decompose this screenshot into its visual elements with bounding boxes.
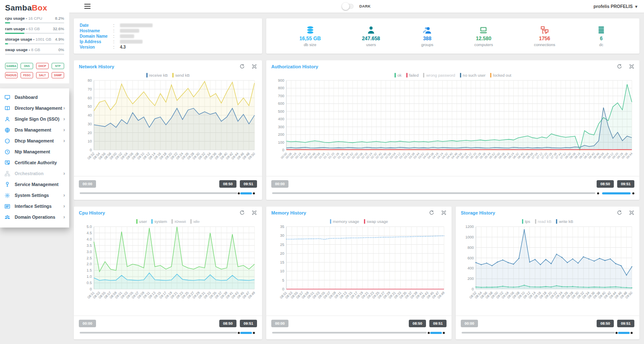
slider-handle[interactable] xyxy=(238,192,240,194)
chart-legend: memory usageswap usage xyxy=(271,219,447,224)
storage-chart[interactable]: 02004006008001000120008:5208:5408:5608:5… xyxy=(461,225,634,308)
badge-radius[interactable]: RADIUS xyxy=(5,72,18,78)
svg-text:2.5: 2.5 xyxy=(86,256,92,260)
slider-handle[interactable] xyxy=(631,332,633,334)
slider-track[interactable] xyxy=(272,331,446,334)
sidebar-item-label: Certificate Authority xyxy=(15,160,57,165)
legend-item[interactable]: system xyxy=(151,219,167,224)
stat-value: 388 xyxy=(423,36,431,41)
refresh-icon[interactable] xyxy=(239,210,245,215)
storage-history-card: Storage History tpsread kBwrite kB 02004… xyxy=(456,207,639,339)
cpu-chart[interactable]: 00.51.01.52.02.53.03.54.04.55.008:5108:5… xyxy=(79,225,257,308)
slider-track[interactable] xyxy=(80,331,256,334)
chevron-right-icon: › xyxy=(63,127,65,132)
stat-db-size: 16,55 GB db size xyxy=(299,26,321,47)
badge-dns[interactable]: DNS xyxy=(21,63,33,69)
sidebar-item-certificate-authority[interactable]: Certificate Authority xyxy=(0,157,69,168)
svg-text:5: 5 xyxy=(282,278,284,282)
sidebar-item-ntp-management[interactable]: Ntp Management xyxy=(0,146,69,157)
sidebar-item-label: Directory Management xyxy=(15,106,62,111)
svg-text:0: 0 xyxy=(282,148,284,152)
chart-svg: 010020030040050060070080090000:0000:0800… xyxy=(271,78,634,169)
badge-dhcp[interactable]: DHCP xyxy=(36,63,49,69)
slider-handle[interactable] xyxy=(443,332,445,334)
network-chart[interactable]: 0102030405060708008:5208:5408:5608:5809:… xyxy=(79,78,257,169)
app-logo[interactable]: SambaBox xyxy=(5,3,64,13)
legend-item[interactable]: user xyxy=(136,219,147,224)
slider-handle[interactable] xyxy=(253,192,255,194)
refresh-icon[interactable] xyxy=(617,210,622,215)
legend-item[interactable]: wrong password xyxy=(423,73,455,78)
hamburger-menu-icon[interactable] xyxy=(84,4,91,9)
legend-item[interactable]: send kB xyxy=(172,73,190,78)
legend-item[interactable]: IOwait xyxy=(171,219,186,224)
info-label: Ip Address xyxy=(80,39,113,44)
sidebar-item-interface-settings[interactable]: Interface Settings › xyxy=(0,201,69,212)
fullscreen-icon[interactable] xyxy=(629,210,634,215)
legend-item[interactable]: memory usage xyxy=(330,219,359,224)
refresh-icon[interactable] xyxy=(617,64,622,69)
svg-text:20: 20 xyxy=(88,131,92,135)
chart-title: Cpu History xyxy=(79,210,105,215)
service-icon xyxy=(4,181,10,188)
slider-handle[interactable] xyxy=(428,332,430,334)
svg-text:15: 15 xyxy=(280,260,284,264)
sidebar-item-label: Single Sign On (SSO) xyxy=(15,116,60,122)
badge-ntp[interactable]: NTP xyxy=(52,63,64,69)
sidebar-item-domain-operations[interactable]: Domain Operations › xyxy=(0,212,69,222)
stat-dc: 6 dc xyxy=(596,26,606,47)
svg-text:25: 25 xyxy=(280,243,284,247)
sidebar-item-directory-management[interactable]: Directory Management › xyxy=(0,103,69,114)
sidebar-item-dhcp-management[interactable]: Dhcp Management › xyxy=(0,135,69,146)
fullscreen-icon[interactable] xyxy=(441,210,447,215)
legend-item[interactable]: write kB xyxy=(556,219,573,224)
stat-value: 12.580 xyxy=(476,36,491,41)
logo-part1: Samba xyxy=(5,3,32,12)
authorization-chart[interactable]: 010020030040050060070080090000:0000:0800… xyxy=(271,78,634,169)
fullscreen-icon[interactable] xyxy=(252,210,257,215)
legend-item[interactable]: ok xyxy=(395,73,402,78)
slider-handle[interactable] xyxy=(615,332,618,334)
badge-fsso[interactable]: FSSO xyxy=(21,72,33,78)
svg-text:400: 400 xyxy=(467,266,474,270)
badge-salt[interactable]: SALT xyxy=(36,72,49,78)
badge-samba[interactable]: SAMBA xyxy=(5,63,18,69)
legend-item[interactable]: receive kB xyxy=(146,73,168,78)
refresh-icon[interactable] xyxy=(239,64,245,69)
legend-item[interactable]: idle xyxy=(190,219,200,224)
slider-handle[interactable] xyxy=(238,332,240,334)
sidebar-item-label: Orchestration xyxy=(15,171,44,176)
legend-item[interactable]: no such user xyxy=(460,73,486,78)
slider-min-badge: 00:00 xyxy=(461,320,478,327)
slider-track[interactable] xyxy=(80,191,256,195)
legend-item[interactable]: failed xyxy=(406,73,419,78)
legend-item[interactable]: swap usage xyxy=(364,219,388,224)
sidebar-item-service-management[interactable]: Service Management xyxy=(0,179,69,190)
slider-handle[interactable] xyxy=(597,192,599,194)
refresh-icon[interactable] xyxy=(429,210,434,215)
slider-handle[interactable] xyxy=(632,192,634,194)
sidebar-item-dashboard[interactable]: Dashboard xyxy=(0,92,69,103)
sidebar-item-system-settings[interactable]: System Settings › xyxy=(0,190,69,201)
dark-mode-toggle[interactable] xyxy=(343,4,353,9)
stat-value: 1756 xyxy=(539,36,550,41)
fullscreen-icon[interactable] xyxy=(629,64,634,69)
memory-chart[interactable]: 0510152025303508:5108:5308:5508:5708:590… xyxy=(271,225,447,308)
swap-usage-row: swap usage - 8 GB0% xyxy=(5,47,64,55)
legend-item[interactable]: tps xyxy=(522,219,530,224)
sidebar-item-orchestration[interactable]: Orchestration › xyxy=(0,168,69,179)
sidebar-item-sso[interactable]: Single Sign On (SSO) › xyxy=(0,114,69,124)
badge-snmp[interactable]: SNMP xyxy=(52,72,64,78)
legend-item[interactable]: read kB xyxy=(535,219,552,224)
fullscreen-icon[interactable] xyxy=(252,64,257,69)
usage-progressbar xyxy=(5,43,64,44)
slider-handle[interactable] xyxy=(253,332,255,334)
time-range-slider: 00:0008:5009:51 xyxy=(79,176,257,195)
slider-track[interactable] xyxy=(462,331,634,334)
legend-item[interactable]: locked out xyxy=(490,73,511,78)
svg-text:70: 70 xyxy=(88,87,92,91)
slider-track[interactable] xyxy=(272,191,634,195)
profile-menu[interactable]: profelis PROFELIS ▾ xyxy=(594,4,637,9)
sidebar-item-dns-management[interactable]: Dns Management › xyxy=(0,124,69,135)
chevron-right-icon: › xyxy=(63,215,65,220)
